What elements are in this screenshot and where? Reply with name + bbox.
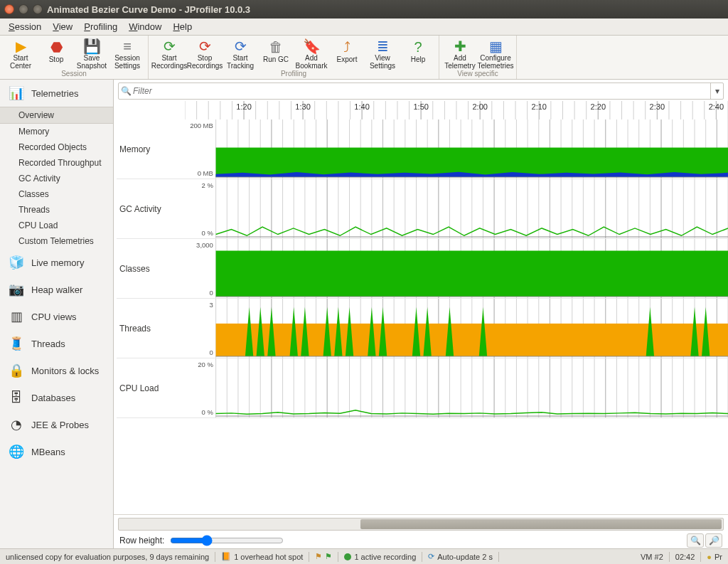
- menu-session[interactable]: Session: [3, 20, 47, 33]
- status-autoupdate[interactable]: ⟳Auto-update 2 s: [422, 549, 498, 564]
- help-button[interactable]: ?Help: [400, 37, 436, 70]
- status-flags[interactable]: ⚑⚑: [309, 549, 338, 564]
- sidebar-item-overview[interactable]: Overview: [0, 107, 113, 124]
- sidebar-section-label: Telemetries: [31, 88, 78, 99]
- sidebar-item-recorded-objects[interactable]: Recorded Objects: [0, 139, 113, 155]
- chart-memory: Memory200 MB0 MB: [117, 119, 728, 179]
- svg-text:2:40: 2:40: [709, 102, 724, 111]
- start-recordings-button[interactable]: ⟳StartRecordings: [151, 37, 187, 70]
- flag-icon: ⚑: [315, 552, 322, 561]
- filter-bar: 🔍 ▾: [118, 83, 724, 100]
- window-minimize-icon[interactable]: [18, 4, 28, 14]
- view-settings-button[interactable]: ≣ViewSettings: [365, 37, 400, 70]
- chart-plot-classes[interactable]: 3,0000: [185, 239, 728, 298]
- sidebar-section-telemetries[interactable]: 📊Telemetries: [0, 80, 113, 107]
- svg-text:2:10: 2:10: [532, 102, 547, 111]
- window-close-icon[interactable]: [4, 4, 14, 14]
- sidebar-item-custom-telemetries[interactable]: Custom Telemetries: [0, 233, 113, 249]
- menu-window[interactable]: Window: [123, 20, 167, 33]
- status-license: unlicensed copy for evaluation purposes,…: [0, 549, 215, 564]
- add-telemetry-button[interactable]: ✚AddTelemetry: [442, 37, 478, 70]
- horizontal-scrollbar[interactable]: [118, 518, 724, 531]
- svg-text:0: 0: [210, 348, 213, 356]
- svg-text:0: 0: [210, 289, 213, 297]
- svg-text:1:40: 1:40: [354, 102, 370, 111]
- sidebar-section-monitors-locks[interactable]: 🔒Monitors & locks: [0, 357, 113, 384]
- scrollbar-thumb[interactable]: [360, 519, 722, 529]
- menu-profiling[interactable]: Profiling: [78, 20, 123, 33]
- chart-plot-cpu[interactable]: 20 %0 %: [185, 358, 728, 417]
- toolbar-group-view-specific: ✚AddTelemetry▦ConfigureTelemetriesView s…: [439, 36, 517, 79]
- add-bookmark-button[interactable]: 🔖AddBookmark: [294, 37, 329, 70]
- sidebar-section-live-memory[interactable]: 🧊Live memory: [0, 249, 113, 276]
- svg-text:200 MB: 200 MB: [190, 122, 213, 129]
- sidebar-item-classes[interactable]: Classes: [0, 186, 113, 202]
- configure-telemetries-button[interactable]: ▦ConfigureTelemetries: [478, 37, 513, 70]
- flag-icon: ⚑: [325, 552, 332, 561]
- search-icon: 🔍: [119, 86, 133, 96]
- zoom-fit-button[interactable]: 🔍: [687, 533, 704, 548]
- window-title: Animated Bezier Curve Demo - JProfiler 1…: [47, 4, 250, 15]
- sidebar-item-cpu-load[interactable]: CPU Load: [0, 218, 113, 233]
- svg-text:1:30: 1:30: [295, 102, 311, 111]
- zoom-reset-button[interactable]: 🔎: [705, 533, 722, 548]
- menu-view[interactable]: View: [47, 20, 78, 33]
- start-recordings-label: StartRecordings: [151, 54, 188, 70]
- svg-text:0 %: 0 %: [201, 408, 213, 416]
- status-profiling[interactable]: ●Pr: [701, 549, 728, 564]
- start-center-button[interactable]: ▶StartCenter: [3, 37, 38, 70]
- status-bar: unlicensed copy for evaluation purposes,…: [0, 548, 728, 564]
- filter-input[interactable]: [133, 86, 710, 96]
- toolbar: ▶StartCenter⬣Stop💾SaveSnapshot≡SessionSe…: [0, 36, 728, 80]
- stop-recordings-button[interactable]: ⟳StopRecordings: [187, 37, 223, 70]
- cpu-views-icon: ▥: [7, 309, 26, 324]
- export-button[interactable]: ⤴Export: [329, 37, 365, 70]
- sidebar: 📊TelemetriesOverviewMemoryRecorded Objec…: [0, 80, 114, 548]
- menu-help[interactable]: Help: [167, 20, 198, 33]
- sidebar-section-mbeans[interactable]: 🌐MBeans: [0, 438, 113, 465]
- svg-text:0 MB: 0 MB: [198, 169, 213, 177]
- view-settings-icon: ≣: [374, 38, 391, 54]
- chart-cpu: CPU Load20 %0 %: [117, 358, 728, 418]
- save-snapshot-icon: 💾: [83, 38, 100, 54]
- chart-label-threads: Threads: [117, 299, 185, 358]
- add-telemetry-icon: ✚: [451, 38, 469, 54]
- chart-plot-memory[interactable]: 200 MB0 MB: [185, 119, 728, 179]
- sidebar-section-heap-walker[interactable]: 📷Heap walker: [0, 276, 113, 303]
- start-tracking-icon: ⟳: [232, 38, 249, 54]
- filter-dropdown-button[interactable]: ▾: [710, 83, 723, 99]
- stop-icon: ⬣: [48, 38, 65, 55]
- stop-button[interactable]: ⬣Stop: [38, 37, 74, 70]
- sidebar-item-recorded-throughput[interactable]: Recorded Throughput: [0, 155, 113, 171]
- chart-plot-gc[interactable]: 2 %0 %: [185, 179, 728, 238]
- sidebar-section-label: MBeans: [31, 447, 65, 457]
- status-hotspot[interactable]: 📙1 overhead hot spot: [215, 549, 309, 564]
- hotspot-icon: 📙: [221, 552, 231, 561]
- save-snapshot-label: SaveSnapshot: [77, 54, 107, 70]
- session-settings-button[interactable]: ≡SessionSettings: [109, 37, 145, 70]
- chart-footer: Row height: 🔍 🔎: [114, 514, 728, 548]
- sidebar-section-label: Threads: [31, 339, 65, 349]
- sidebar-section-databases[interactable]: 🗄Databases: [0, 384, 113, 411]
- status-vm: VM #2: [635, 549, 669, 564]
- sidebar-section-jee-probes[interactable]: ◔JEE & Probes: [0, 411, 113, 438]
- help-label: Help: [411, 55, 426, 63]
- sidebar-section-threads[interactable]: 🧵Threads: [0, 330, 113, 357]
- window-maximize-icon[interactable]: [33, 4, 43, 14]
- run-gc-button[interactable]: 🗑Run GC: [258, 37, 294, 70]
- stop-recordings-icon: ⟳: [196, 38, 213, 54]
- chart-plot-threads[interactable]: 30: [185, 299, 728, 358]
- row-height-slider[interactable]: [170, 535, 284, 546]
- status-recording[interactable]: 1 active recording: [338, 549, 422, 564]
- help-icon: ?: [410, 38, 427, 55]
- sidebar-item-gc-activity[interactable]: GC Activity: [0, 171, 113, 186]
- content-area: 🔍 ▾ 1:201:301:401:502:002:102:202:302:40…: [114, 80, 728, 548]
- start-tracking-button[interactable]: ⟳StartTracking: [223, 37, 258, 70]
- sidebar-item-threads[interactable]: Threads: [0, 202, 113, 218]
- sidebar-item-memory[interactable]: Memory: [0, 124, 113, 139]
- run-gc-icon: 🗑: [267, 38, 284, 55]
- save-snapshot-button[interactable]: 💾SaveSnapshot: [74, 37, 109, 70]
- sidebar-section-cpu-views[interactable]: ▥CPU views: [0, 303, 113, 330]
- time-axis: 1:201:301:401:502:002:102:202:302:40: [117, 101, 728, 119]
- sidebar-section-label: Databases: [31, 393, 75, 403]
